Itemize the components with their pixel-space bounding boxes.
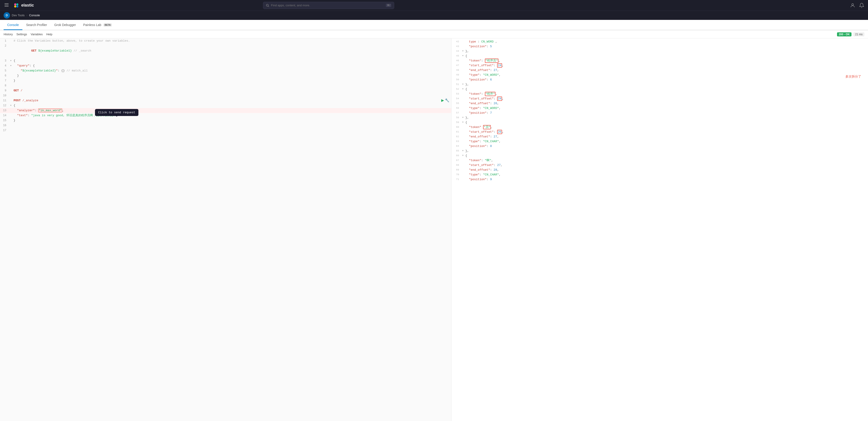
code-line-14: 14 "text": "java is very good, 怀旧是真的程序员啊… <box>0 113 451 118</box>
user-icon[interactable] <box>850 3 855 8</box>
svg-point-5 <box>16 3 18 5</box>
tab-console[interactable]: Console <box>4 20 22 30</box>
resp-line-71: 71 "position": 9 <box>452 177 868 182</box>
code-editor: 1 # Click the Variables button, above, t… <box>0 38 451 133</box>
editor-pane[interactable]: 1 # Click the Variables button, above, t… <box>0 38 452 421</box>
svg-point-10 <box>852 4 854 5</box>
code-line-13: 13 "analyzer": "ik_max_word", <box>0 108 451 113</box>
code-line-1: 1 # Click the Variables button, above, t… <box>0 38 451 43</box>
tab-search-profiler[interactable]: Search Profiler <box>22 20 51 30</box>
global-search-bar[interactable]: ⌘/ <box>263 2 394 9</box>
resp-line-53: 53 "token": "程序", <box>452 92 868 96</box>
resp-line-48: 48 "end_offset": 27, <box>452 68 868 72</box>
resp-line-65: 65 ▼ }, <box>452 149 868 153</box>
resp-line-43: 43 "position": 5 <box>452 44 868 49</box>
code-line-16: 16 <box>0 123 451 128</box>
resp-line-57: 57 "position": 7 <box>452 110 868 115</box>
resp-line-45: 45 ▼ { <box>452 54 868 58</box>
elastic-logo: elastic <box>13 2 34 9</box>
search-input[interactable] <box>271 4 384 7</box>
resp-line-54: 54 "start_offset": 24, <box>452 96 868 101</box>
resp-line-56: 56 "type": "CN_WORD", <box>452 106 868 110</box>
nav-right-icons <box>850 3 864 8</box>
resp-line-55: 55 "end_offset": 26, <box>452 101 868 106</box>
hamburger-button[interactable] <box>4 2 9 8</box>
status-badge: 200 - OK <box>837 32 852 36</box>
svg-point-6 <box>14 5 16 7</box>
resp-line-61: 61 "start_offset": 26, <box>452 130 868 134</box>
code-line-7: 7 } <box>0 78 451 83</box>
code-line-9: 9 GET / <box>0 88 451 93</box>
code-line-15: 15 } <box>0 118 451 123</box>
history-button[interactable]: History <box>4 33 13 36</box>
tab-painless-lab[interactable]: Painless Lab BETA <box>80 20 116 30</box>
svg-point-7 <box>16 5 18 7</box>
kbd-hint: ⌘/ <box>386 4 391 7</box>
top-navigation: elastic ⌘/ <box>0 0 868 11</box>
resp-line-70: 70 "type": "CN_CHAR", <box>452 172 868 177</box>
resp-line-63: 63 "type": "CN_CHAR", <box>452 139 868 144</box>
main-content: 1 # Click the Variables button, above, t… <box>0 38 868 421</box>
app-title: elastic <box>21 3 34 8</box>
resp-line-58: 58 ▼ }, <box>452 115 868 120</box>
code-line-12: 12 ▼ { <box>0 103 451 108</box>
resp-line-50: 50 "position": 6 <box>452 77 868 82</box>
svg-rect-0 <box>4 3 9 4</box>
svg-rect-1 <box>4 5 9 5</box>
svg-point-4 <box>14 3 16 5</box>
code-line-5: 5 "${exampleVariable2}": {} // match_all <box>0 68 451 73</box>
tabs-bar: Console Search Profiler Grok Debugger Pa… <box>0 20 868 30</box>
settings-button[interactable]: Settings <box>16 33 27 36</box>
code-line-4: 4 ▼ "query": { <box>0 63 451 68</box>
breadcrumb-console[interactable]: Console <box>29 13 40 17</box>
resp-line-49: 49 "type": "CN_WORD", <box>452 72 868 77</box>
code-line-10: 10 <box>0 93 451 98</box>
beta-badge: BETA <box>103 24 112 27</box>
run-button[interactable]: ▶ <box>441 98 445 102</box>
annotation-text: 多次拆分了 <box>845 75 861 79</box>
toolbar: History Settings Variables Help 200 - OK… <box>0 30 868 38</box>
resp-line-62: 62 "end_offset": 27, <box>452 134 868 139</box>
time-badge: 21 ms <box>853 32 864 36</box>
wrench-button[interactable]: 🔧 <box>445 98 451 102</box>
code-line-2: 2 GET ${exampleVariable1} // _search <box>0 43 451 58</box>
resp-line-42: 42 type : CN_WORD , <box>452 39 868 44</box>
resp-line-59: 59 ▼ { <box>452 120 868 125</box>
avatar: D <box>4 12 10 19</box>
resp-line-69: 69 "end_offset": 28, <box>452 167 868 172</box>
variables-button[interactable]: Variables <box>31 33 42 36</box>
help-button[interactable]: Help <box>46 33 53 36</box>
resp-line-66: 66 ▼ { <box>452 153 868 158</box>
svg-point-8 <box>267 4 269 6</box>
response-pane: 多次拆分了 42 type : CN_WORD , 43 "position":… <box>452 38 868 421</box>
resp-line-44: 44 ▼ }, <box>452 49 868 54</box>
code-line-8: 8 <box>0 83 451 88</box>
resp-line-51: 51 ▼ }, <box>452 82 868 87</box>
code-line-6: 6 } <box>0 73 451 78</box>
svg-point-3 <box>13 2 19 8</box>
breadcrumb-separator: › <box>27 14 27 17</box>
resp-line-52: 52 ▼ { <box>452 87 868 92</box>
code-line-17: 17 <box>0 128 451 133</box>
resp-line-46: 46 "token": "程序员", <box>452 58 868 63</box>
tab-grok-debugger[interactable]: Grok Debugger <box>51 20 80 30</box>
code-line-11: 11 POST /_analyze ▶ 🔧 <box>0 98 451 103</box>
notifications-icon[interactable] <box>859 3 864 8</box>
search-icon <box>266 4 269 7</box>
breadcrumb-bar: D Dev Tools › Console <box>0 11 868 20</box>
response-body: 42 type : CN_WORD , 43 "position": 5 44 … <box>452 38 868 183</box>
resp-line-68: 68 "start_offset": 27, <box>452 163 868 167</box>
resp-line-67: 67 "token": "啊", <box>452 158 868 163</box>
svg-line-9 <box>268 6 269 7</box>
breadcrumb-devtools[interactable]: Dev Tools <box>12 13 25 17</box>
resp-line-60: 60 "token" "员", <box>452 125 868 130</box>
resp-line-64: 64 "position": 8 <box>452 144 868 149</box>
svg-rect-2 <box>4 6 9 6</box>
resp-line-47: 47 "start_offset": 24, <box>452 63 868 68</box>
code-line-3: 3 ▼ { <box>0 58 451 63</box>
